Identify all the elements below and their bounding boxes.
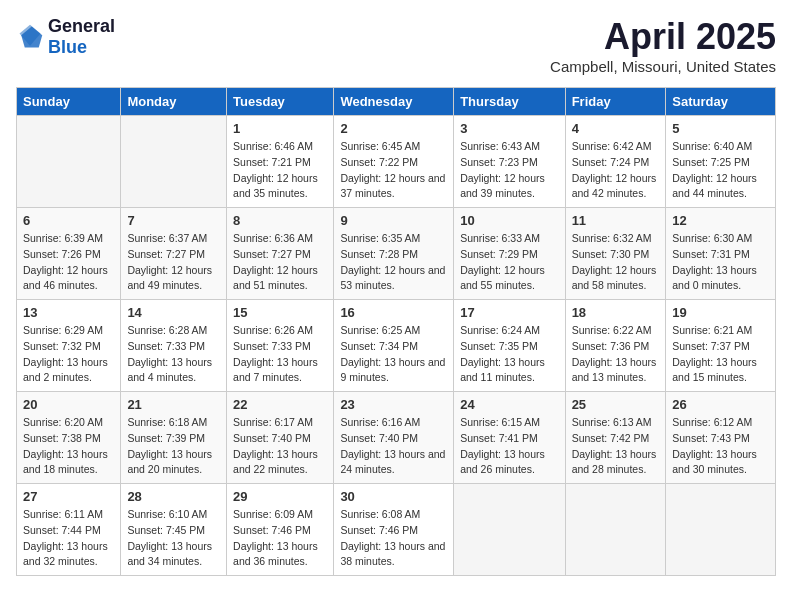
day-detail: Sunrise: 6:39 AMSunset: 7:26 PMDaylight:… — [23, 231, 114, 294]
calendar-cell: 23Sunrise: 6:16 AMSunset: 7:40 PMDayligh… — [334, 392, 454, 484]
logo-general: General — [48, 16, 115, 36]
calendar-cell: 16Sunrise: 6:25 AMSunset: 7:34 PMDayligh… — [334, 300, 454, 392]
day-number: 30 — [340, 489, 447, 504]
calendar-week: 20Sunrise: 6:20 AMSunset: 7:38 PMDayligh… — [17, 392, 776, 484]
day-detail: Sunrise: 6:35 AMSunset: 7:28 PMDaylight:… — [340, 231, 447, 294]
calendar-cell: 12Sunrise: 6:30 AMSunset: 7:31 PMDayligh… — [666, 208, 776, 300]
day-number: 13 — [23, 305, 114, 320]
header-day: Thursday — [454, 88, 565, 116]
day-number: 27 — [23, 489, 114, 504]
day-number: 29 — [233, 489, 327, 504]
day-detail: Sunrise: 6:12 AMSunset: 7:43 PMDaylight:… — [672, 415, 769, 478]
calendar-week: 1Sunrise: 6:46 AMSunset: 7:21 PMDaylight… — [17, 116, 776, 208]
calendar-cell: 10Sunrise: 6:33 AMSunset: 7:29 PMDayligh… — [454, 208, 565, 300]
day-number: 1 — [233, 121, 327, 136]
logo: General Blue — [16, 16, 115, 58]
calendar-cell: 25Sunrise: 6:13 AMSunset: 7:42 PMDayligh… — [565, 392, 666, 484]
calendar-cell: 19Sunrise: 6:21 AMSunset: 7:37 PMDayligh… — [666, 300, 776, 392]
day-detail: Sunrise: 6:46 AMSunset: 7:21 PMDaylight:… — [233, 139, 327, 202]
calendar-cell: 5Sunrise: 6:40 AMSunset: 7:25 PMDaylight… — [666, 116, 776, 208]
calendar-cell: 2Sunrise: 6:45 AMSunset: 7:22 PMDaylight… — [334, 116, 454, 208]
calendar-cell: 26Sunrise: 6:12 AMSunset: 7:43 PMDayligh… — [666, 392, 776, 484]
logo-blue: Blue — [48, 37, 87, 57]
calendar-table: SundayMondayTuesdayWednesdayThursdayFrid… — [16, 87, 776, 576]
calendar-cell: 3Sunrise: 6:43 AMSunset: 7:23 PMDaylight… — [454, 116, 565, 208]
calendar-cell: 15Sunrise: 6:26 AMSunset: 7:33 PMDayligh… — [227, 300, 334, 392]
day-number: 22 — [233, 397, 327, 412]
calendar-cell: 1Sunrise: 6:46 AMSunset: 7:21 PMDaylight… — [227, 116, 334, 208]
main-title: April 2025 — [550, 16, 776, 58]
calendar-cell — [121, 116, 227, 208]
day-number: 21 — [127, 397, 220, 412]
day-number: 10 — [460, 213, 558, 228]
day-number: 7 — [127, 213, 220, 228]
header: General Blue April 2025 Campbell, Missou… — [16, 16, 776, 75]
day-detail: Sunrise: 6:29 AMSunset: 7:32 PMDaylight:… — [23, 323, 114, 386]
calendar-cell: 7Sunrise: 6:37 AMSunset: 7:27 PMDaylight… — [121, 208, 227, 300]
calendar-week: 13Sunrise: 6:29 AMSunset: 7:32 PMDayligh… — [17, 300, 776, 392]
day-detail: Sunrise: 6:42 AMSunset: 7:24 PMDaylight:… — [572, 139, 660, 202]
calendar-week: 27Sunrise: 6:11 AMSunset: 7:44 PMDayligh… — [17, 484, 776, 576]
calendar-cell: 14Sunrise: 6:28 AMSunset: 7:33 PMDayligh… — [121, 300, 227, 392]
calendar-cell — [666, 484, 776, 576]
calendar-cell: 29Sunrise: 6:09 AMSunset: 7:46 PMDayligh… — [227, 484, 334, 576]
day-number: 12 — [672, 213, 769, 228]
day-number: 17 — [460, 305, 558, 320]
day-number: 11 — [572, 213, 660, 228]
day-detail: Sunrise: 6:16 AMSunset: 7:40 PMDaylight:… — [340, 415, 447, 478]
day-number: 20 — [23, 397, 114, 412]
header-day: Tuesday — [227, 88, 334, 116]
calendar-cell: 28Sunrise: 6:10 AMSunset: 7:45 PMDayligh… — [121, 484, 227, 576]
calendar-cell: 13Sunrise: 6:29 AMSunset: 7:32 PMDayligh… — [17, 300, 121, 392]
day-detail: Sunrise: 6:25 AMSunset: 7:34 PMDaylight:… — [340, 323, 447, 386]
header-day: Friday — [565, 88, 666, 116]
day-detail: Sunrise: 6:43 AMSunset: 7:23 PMDaylight:… — [460, 139, 558, 202]
day-detail: Sunrise: 6:26 AMSunset: 7:33 PMDaylight:… — [233, 323, 327, 386]
day-detail: Sunrise: 6:22 AMSunset: 7:36 PMDaylight:… — [572, 323, 660, 386]
day-number: 18 — [572, 305, 660, 320]
day-detail: Sunrise: 6:13 AMSunset: 7:42 PMDaylight:… — [572, 415, 660, 478]
day-number: 14 — [127, 305, 220, 320]
day-number: 23 — [340, 397, 447, 412]
day-detail: Sunrise: 6:32 AMSunset: 7:30 PMDaylight:… — [572, 231, 660, 294]
day-number: 19 — [672, 305, 769, 320]
calendar-cell: 6Sunrise: 6:39 AMSunset: 7:26 PMDaylight… — [17, 208, 121, 300]
day-number: 15 — [233, 305, 327, 320]
calendar-cell: 18Sunrise: 6:22 AMSunset: 7:36 PMDayligh… — [565, 300, 666, 392]
day-detail: Sunrise: 6:33 AMSunset: 7:29 PMDaylight:… — [460, 231, 558, 294]
day-number: 26 — [672, 397, 769, 412]
day-detail: Sunrise: 6:20 AMSunset: 7:38 PMDaylight:… — [23, 415, 114, 478]
day-number: 3 — [460, 121, 558, 136]
calendar-cell: 17Sunrise: 6:24 AMSunset: 7:35 PMDayligh… — [454, 300, 565, 392]
day-detail: Sunrise: 6:08 AMSunset: 7:46 PMDaylight:… — [340, 507, 447, 570]
day-detail: Sunrise: 6:15 AMSunset: 7:41 PMDaylight:… — [460, 415, 558, 478]
calendar-cell — [565, 484, 666, 576]
header-row: SundayMondayTuesdayWednesdayThursdayFrid… — [17, 88, 776, 116]
calendar-cell: 20Sunrise: 6:20 AMSunset: 7:38 PMDayligh… — [17, 392, 121, 484]
day-detail: Sunrise: 6:09 AMSunset: 7:46 PMDaylight:… — [233, 507, 327, 570]
day-detail: Sunrise: 6:21 AMSunset: 7:37 PMDaylight:… — [672, 323, 769, 386]
calendar-week: 6Sunrise: 6:39 AMSunset: 7:26 PMDaylight… — [17, 208, 776, 300]
calendar-cell: 9Sunrise: 6:35 AMSunset: 7:28 PMDaylight… — [334, 208, 454, 300]
calendar-cell: 21Sunrise: 6:18 AMSunset: 7:39 PMDayligh… — [121, 392, 227, 484]
calendar-header: SundayMondayTuesdayWednesdayThursdayFrid… — [17, 88, 776, 116]
header-day: Monday — [121, 88, 227, 116]
day-number: 4 — [572, 121, 660, 136]
title-area: April 2025 Campbell, Missouri, United St… — [550, 16, 776, 75]
day-detail: Sunrise: 6:24 AMSunset: 7:35 PMDaylight:… — [460, 323, 558, 386]
day-number: 16 — [340, 305, 447, 320]
calendar-body: 1Sunrise: 6:46 AMSunset: 7:21 PMDaylight… — [17, 116, 776, 576]
header-day: Wednesday — [334, 88, 454, 116]
day-detail: Sunrise: 6:37 AMSunset: 7:27 PMDaylight:… — [127, 231, 220, 294]
header-day: Sunday — [17, 88, 121, 116]
day-detail: Sunrise: 6:17 AMSunset: 7:40 PMDaylight:… — [233, 415, 327, 478]
calendar-cell: 11Sunrise: 6:32 AMSunset: 7:30 PMDayligh… — [565, 208, 666, 300]
day-number: 5 — [672, 121, 769, 136]
calendar-cell: 4Sunrise: 6:42 AMSunset: 7:24 PMDaylight… — [565, 116, 666, 208]
calendar-cell — [454, 484, 565, 576]
day-detail: Sunrise: 6:18 AMSunset: 7:39 PMDaylight:… — [127, 415, 220, 478]
day-detail: Sunrise: 6:28 AMSunset: 7:33 PMDaylight:… — [127, 323, 220, 386]
day-number: 24 — [460, 397, 558, 412]
day-number: 25 — [572, 397, 660, 412]
day-number: 9 — [340, 213, 447, 228]
